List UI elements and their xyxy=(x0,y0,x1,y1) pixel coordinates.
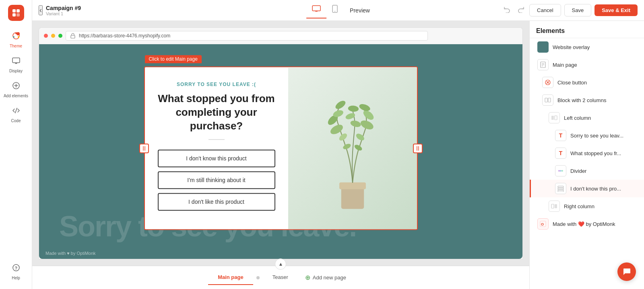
svg-rect-0 xyxy=(12,9,16,12)
popup-button-2[interactable]: I'm still thinking about it xyxy=(158,172,275,189)
cancel-button[interactable]: Cancel xyxy=(529,4,561,16)
svg-point-30 xyxy=(334,99,347,111)
element-dont-know-buttons[interactable]: I don't know this pro... xyxy=(530,180,644,197)
buttons-icon xyxy=(555,183,566,194)
tab-main-page[interactable]: Main page xyxy=(208,270,253,285)
popup-button-3[interactable]: I don't like this product xyxy=(158,193,275,211)
tab-dot xyxy=(256,276,260,279)
svg-rect-22 xyxy=(71,35,75,38)
element-optimonk-badge[interactable]: O Made with ❤️ by OptiMonk xyxy=(530,215,644,233)
svg-point-7 xyxy=(18,36,19,38)
save-exit-button[interactable]: Save & Exit xyxy=(594,4,638,16)
browser-chrome: https://barbaras-store-4476.myshopify.co… xyxy=(39,27,523,259)
popup-title: What stopped you from completing your pu… xyxy=(158,92,275,133)
sidebar-item-display[interactable]: Display xyxy=(0,52,32,77)
sidebar-item-add-elements[interactable]: Add elements xyxy=(0,77,32,102)
right-panel: Elements Website overlay Main page xyxy=(529,21,644,289)
url-text: https://barbaras-store-4476.myshopify.co… xyxy=(79,33,170,39)
svg-rect-1 xyxy=(17,9,20,12)
svg-text:O: O xyxy=(541,222,544,226)
resize-handle-right[interactable] xyxy=(413,143,423,153)
what-stopped-icon: T xyxy=(555,148,566,159)
element-block-2col-label: Block with 2 columns xyxy=(557,97,638,103)
undo-button[interactable] xyxy=(502,5,512,16)
sidebar-item-label-add: Add elements xyxy=(4,94,28,98)
tab-teaser[interactable]: Teaser xyxy=(263,270,298,285)
sidebar-item-theme[interactable]: Theme xyxy=(0,27,32,52)
browser-dot-yellow xyxy=(51,34,55,38)
campaign-title: Campaign #9 xyxy=(46,5,502,11)
browser-dot-red xyxy=(44,34,48,38)
element-right-column[interactable]: Right column xyxy=(530,197,644,215)
element-main-page[interactable]: Main page xyxy=(530,56,644,74)
resize-handle-left[interactable] xyxy=(139,143,149,153)
browser-content[interactable]: Sorry to see you leave. Click to edit Ma… xyxy=(39,44,522,259)
popup-left: SORRY TO SEE YOU LEAVE :( What stopped y… xyxy=(145,67,288,229)
element-main-page-label: Main page xyxy=(553,62,638,68)
sorry-text-icon: T xyxy=(555,130,566,141)
svg-rect-2 xyxy=(12,13,16,16)
sidebar-item-code[interactable]: Code xyxy=(0,102,32,127)
tab-chevron[interactable]: ▲ xyxy=(275,258,286,270)
bottom-tabs: ▲ Main page Teaser ⊕ Add new page xyxy=(32,266,529,289)
plant-svg xyxy=(308,84,397,213)
svg-rect-58 xyxy=(558,186,564,188)
back-button[interactable]: ‹ xyxy=(39,5,43,15)
svg-rect-26 xyxy=(339,182,366,189)
tab-main-page-label: Main page xyxy=(218,274,244,280)
element-what-stopped-text[interactable]: T What stopped you fr... xyxy=(530,144,644,162)
redo-button[interactable] xyxy=(516,5,526,16)
svg-point-34 xyxy=(349,119,361,128)
popup-container[interactable]: Click to edit Main page SORRY TO SEE YOU… xyxy=(144,66,418,230)
svg-point-57 xyxy=(561,170,563,172)
browser-toolbar: https://barbaras-store-4476.myshopify.co… xyxy=(39,28,522,44)
top-bar: ‹ Campaign #9 Variant 1 Preview xyxy=(32,0,644,21)
element-website-overlay[interactable]: Website overlay xyxy=(530,38,644,56)
right-column-icon xyxy=(549,201,560,212)
svg-rect-3 xyxy=(17,13,20,16)
element-divider[interactable]: Divider xyxy=(530,162,644,180)
svg-point-6 xyxy=(13,36,14,38)
mobile-device-button[interactable] xyxy=(326,2,343,19)
svg-rect-8 xyxy=(12,58,20,63)
svg-text:?: ? xyxy=(14,266,17,271)
sidebar-item-label-display: Display xyxy=(9,69,23,73)
svg-line-14 xyxy=(15,108,17,113)
code-icon xyxy=(12,106,21,117)
sidebar-item-help[interactable]: ? Help xyxy=(0,259,32,284)
close-button-icon xyxy=(542,77,553,88)
svg-rect-53 xyxy=(551,116,554,120)
device-switcher: Preview xyxy=(306,2,370,19)
block-2col-icon xyxy=(542,94,553,106)
element-left-column[interactable]: Left column xyxy=(530,109,644,127)
element-sorry-text[interactable]: T Sorry to see you leav... xyxy=(530,127,644,144)
element-block-2-columns[interactable]: Block with 2 columns xyxy=(530,91,644,109)
save-button[interactable]: Save xyxy=(564,4,592,16)
chat-bubble[interactable] xyxy=(617,262,636,281)
browser-dot-green xyxy=(58,34,62,38)
sidebar-item-label-code: Code xyxy=(11,119,21,123)
svg-rect-61 xyxy=(551,204,554,208)
svg-point-36 xyxy=(348,105,359,112)
edit-label[interactable]: Click to edit Main page xyxy=(145,55,202,63)
svg-point-55 xyxy=(558,170,560,172)
svg-point-56 xyxy=(560,170,561,172)
help-icon: ? xyxy=(12,263,21,274)
element-close-button[interactable]: Close button xyxy=(530,74,644,91)
url-bar: https://barbaras-store-4476.myshopify.co… xyxy=(66,31,428,41)
campaign-info: Campaign #9 Variant 1 xyxy=(46,5,502,16)
popup-button-1[interactable]: I don't know this product xyxy=(158,150,275,168)
element-overlay-label: Website overlay xyxy=(553,44,638,50)
svg-rect-59 xyxy=(558,188,564,190)
display-icon xyxy=(12,56,21,67)
desktop-device-button[interactable] xyxy=(306,2,326,18)
element-optimonk-label: Made with ❤️ by OptiMonk xyxy=(553,221,617,227)
element-what-stopped-label: What stopped you fr... xyxy=(570,150,635,156)
add-tab-label: Add new page xyxy=(313,275,346,281)
left-column-icon xyxy=(549,112,560,123)
popup-right xyxy=(288,67,417,229)
add-new-page-tab[interactable]: ⊕ Add new page xyxy=(298,270,353,285)
svg-rect-54 xyxy=(555,116,557,120)
popup-subtitle: SORRY TO SEE YOU LEAVE :( xyxy=(177,82,256,87)
svg-rect-43 xyxy=(540,44,546,50)
